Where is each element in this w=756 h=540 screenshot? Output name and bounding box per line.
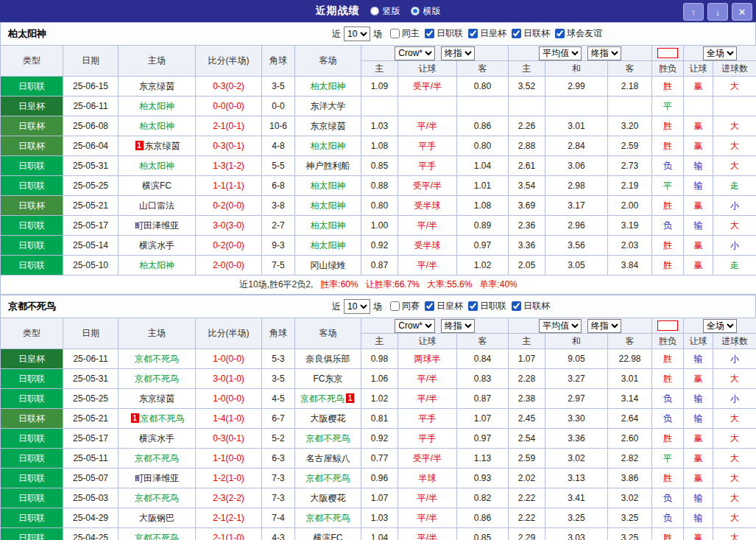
avg-draw-cell: 2.98 bbox=[545, 176, 608, 196]
score-cell: 2-3(2-2) bbox=[196, 488, 262, 508]
filter-checkbox[interactable]: 球会友谊 bbox=[555, 27, 602, 40]
layout-radio-horizontal[interactable]: 横版 bbox=[411, 5, 441, 18]
handicap-result-cell: 输 bbox=[684, 216, 713, 236]
avg-draw-cell: 3.36 bbox=[545, 429, 608, 449]
filter-matches-label: 场 bbox=[373, 28, 382, 41]
avg-draw-cell: 3.30 bbox=[545, 409, 608, 429]
odds-handicap-cell: 受半球 bbox=[398, 196, 457, 216]
odds-source-select[interactable]: Crow* bbox=[395, 319, 435, 333]
goals-result-cell: 大 bbox=[713, 449, 756, 469]
odds-home-cell: 0.80 bbox=[361, 196, 398, 216]
goals-result-cell bbox=[713, 97, 756, 116]
odds-home-cell: 1.02 bbox=[361, 389, 398, 409]
odds-home-cell: 1.03 bbox=[361, 116, 398, 136]
team-cell: 京都不死鸟 bbox=[295, 429, 361, 449]
handicap-result-cell: 赢 bbox=[684, 528, 713, 540]
radio-unselected-icon bbox=[370, 7, 379, 15]
odds-handicap-cell: 受平/半 bbox=[398, 77, 457, 97]
handicap-result-cell: 输 bbox=[684, 389, 713, 409]
col-date-header: 日期 bbox=[63, 46, 119, 77]
team-section-0: 柏太阳神 近 10 场 同主日职联日皇杯日联杯球会友谊 类型 日期 主场 比分(… bbox=[0, 22, 756, 295]
odds-handicap-cell: 受平/半 bbox=[398, 449, 457, 469]
odds-handicap-cell: 平手 bbox=[398, 409, 457, 429]
checkbox-label: 日职联 bbox=[437, 27, 463, 40]
handicap-result-cell: 输 bbox=[684, 176, 713, 196]
avg-draw-cell: 3.25 bbox=[545, 508, 608, 528]
odds-stage-select[interactable]: 终指 bbox=[441, 319, 475, 333]
sub-handicap-header: 让球 bbox=[398, 334, 457, 349]
league-cell: 日联杯 bbox=[1, 409, 63, 429]
col-away-header: 客场 bbox=[295, 46, 361, 77]
result-cell: 胜 bbox=[652, 136, 684, 156]
avg-home-cell: 2.26 bbox=[509, 116, 545, 136]
col-home-header: 主场 bbox=[119, 318, 196, 349]
avg-away-cell: 2.18 bbox=[608, 77, 652, 97]
layout-radio-vertical[interactable]: 竖版 bbox=[370, 5, 400, 18]
odds-handicap-cell: 平/半 bbox=[398, 389, 457, 409]
date-cell: 25-05-31 bbox=[63, 369, 119, 389]
filter-checkbox-group: 同主日职联日皇杯日联杯球会友谊 bbox=[385, 27, 602, 41]
checkbox-input[interactable] bbox=[512, 29, 521, 38]
filter-checkbox[interactable]: 日皇杯 bbox=[425, 300, 463, 312]
filter-checkbox[interactable]: 同主 bbox=[390, 27, 420, 40]
match-row: 日职联25-05-14横滨水手0-2(0-0)9-3柏太阳神0.92受半球0.9… bbox=[1, 236, 756, 256]
date-cell: 25-05-07 bbox=[63, 469, 119, 488]
odds-away-cell: 0.86 bbox=[457, 508, 509, 528]
red-legend-box bbox=[657, 320, 678, 331]
summary-row: 近10场,胜6平2负2,胜率:60%让胜率:66.7%大率:55.6%单率:40… bbox=[1, 276, 756, 295]
handicap-result-cell: 输 bbox=[684, 409, 713, 429]
odds-handicap-cell: 平/半 bbox=[398, 369, 457, 389]
filter-checkbox[interactable]: 日联杯 bbox=[512, 27, 550, 40]
goals-result-cell: 小 bbox=[713, 196, 756, 216]
odds-stage-select[interactable]: 终指 bbox=[441, 46, 475, 60]
team-header-bar: 京都不死鸟 近 10 场 同赛日皇杯日职联日联杯 bbox=[0, 295, 756, 318]
team-name: 京都不死鸟 bbox=[135, 374, 179, 384]
scope-select[interactable]: 全场 bbox=[703, 319, 737, 333]
avg-source-select[interactable]: 平均值 bbox=[539, 319, 582, 333]
sub-home2-header: 主 bbox=[509, 61, 545, 77]
odds-handicap-cell: 平/半 bbox=[398, 116, 457, 136]
team-cell: 京都不死鸟 bbox=[295, 508, 361, 528]
avg-group-header: 平均值 终指 bbox=[509, 318, 652, 334]
corners-cell: 7-5 bbox=[262, 256, 295, 276]
avg-source-select[interactable]: 平均值 bbox=[539, 46, 582, 60]
avg-stage-select[interactable]: 终指 bbox=[587, 46, 621, 60]
checkbox-input[interactable] bbox=[390, 301, 400, 311]
result-cell: 胜 bbox=[652, 116, 684, 136]
filter-bar: 近 10 场 同赛日皇杯日职联日联杯 bbox=[332, 299, 550, 314]
team-cell: 山口雷法 bbox=[119, 196, 196, 216]
team-name: FC东京 bbox=[314, 374, 343, 384]
team-name: 柏太阳神 bbox=[139, 121, 174, 131]
goals-result-cell: 大 bbox=[713, 116, 756, 136]
filter-checkbox[interactable]: 日职联 bbox=[425, 27, 463, 40]
checkbox-input[interactable] bbox=[512, 301, 521, 311]
match-count-select[interactable]: 10 bbox=[344, 299, 370, 314]
avg-group-header: 平均值 终指 bbox=[509, 46, 652, 61]
team-cell: 柏太阳神 bbox=[295, 136, 361, 156]
checkbox-input[interactable] bbox=[468, 301, 478, 311]
checkbox-input[interactable] bbox=[425, 301, 434, 311]
filter-checkbox[interactable]: 日职联 bbox=[468, 300, 506, 312]
score-cell: 2-1(0-1) bbox=[196, 116, 262, 136]
handicap-result-cell: 赢 bbox=[684, 449, 713, 469]
scroll-down-button[interactable]: ↓ bbox=[707, 3, 728, 21]
checkbox-input[interactable] bbox=[468, 29, 478, 38]
close-button[interactable]: ✕ bbox=[732, 3, 752, 21]
filter-checkbox[interactable]: 日联杯 bbox=[512, 300, 550, 312]
date-cell: 25-06-11 bbox=[63, 349, 119, 369]
filter-checkbox[interactable]: 日皇杯 bbox=[468, 27, 506, 40]
scroll-up-button[interactable]: ↑ bbox=[683, 3, 704, 21]
checkbox-input[interactable] bbox=[555, 29, 565, 38]
avg-stage-select[interactable]: 终指 bbox=[587, 319, 621, 333]
filter-checkbox[interactable]: 同赛 bbox=[390, 300, 420, 312]
odds-source-select[interactable]: Crow* bbox=[395, 46, 435, 60]
checkbox-label: 日联杯 bbox=[523, 27, 550, 40]
score-cell: 0-2(0-0) bbox=[196, 196, 262, 216]
avg-away-cell: 3.86 bbox=[608, 469, 652, 488]
score-cell: 1-1(0-0) bbox=[196, 449, 262, 469]
scope-select[interactable]: 全场 bbox=[703, 46, 737, 60]
match-count-select[interactable]: 10 bbox=[344, 27, 370, 41]
corners-cell: 6-3 bbox=[262, 449, 295, 469]
checkbox-input[interactable] bbox=[425, 29, 434, 38]
checkbox-input[interactable] bbox=[390, 29, 400, 38]
